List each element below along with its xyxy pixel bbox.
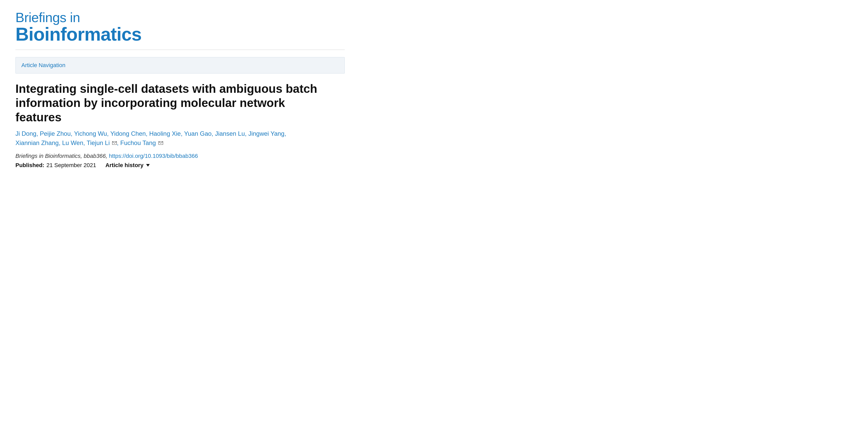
- author-ji-dong[interactable]: Ji Dong: [16, 130, 36, 137]
- article-history-chevron-down-icon: [146, 164, 150, 167]
- tiejun-li-email-icon[interactable]: [112, 141, 117, 145]
- journal-reference: Briefings in Bioinformatics, bbab366, ht…: [16, 153, 345, 159]
- logo-line2: Bioinformatics: [16, 25, 345, 43]
- author-yuan-gao[interactable]: Yuan Gao: [184, 130, 212, 137]
- author-fuchou-tang[interactable]: Fuchou Tang: [120, 139, 156, 146]
- author-lu-wen[interactable]: Lu Wen: [62, 139, 83, 146]
- author-peijie-zhou[interactable]: Peijie Zhou: [40, 130, 71, 137]
- author-haoling-xie[interactable]: Haoling Xie: [149, 130, 181, 137]
- journal-name: Briefings in Bioinformatics: [16, 153, 81, 159]
- author-yidong-chen[interactable]: Yidong Chen: [111, 130, 146, 137]
- author-yichong-wu[interactable]: Yichong Wu: [74, 130, 107, 137]
- author-jiansen-lu[interactable]: Jiansen Lu: [215, 130, 245, 137]
- journal-ref-suffix: , bbab366,: [81, 153, 109, 159]
- published-label: Published:: [16, 162, 44, 169]
- article-history-label: Article history: [105, 162, 144, 169]
- article-navigation-bar[interactable]: Article Navigation: [16, 57, 345, 73]
- author-xiannian-zhang[interactable]: Xiannian Zhang: [16, 139, 59, 146]
- logo-line1: Briefings in: [16, 10, 345, 25]
- article-navigation-label[interactable]: Article Navigation: [21, 62, 65, 68]
- article-history-button[interactable]: Article history: [105, 162, 150, 169]
- doi-link[interactable]: https://doi.org/10.1093/bib/bbab366: [109, 153, 198, 159]
- header-divider: [16, 49, 345, 50]
- published-date: 21 September 2021: [46, 162, 96, 169]
- author-jingwei-yang[interactable]: Jingwei Yang: [248, 130, 284, 137]
- published-row: Published: 21 September 2021 Article his…: [16, 162, 345, 169]
- article-title: Integrating single-cell datasets with am…: [16, 82, 324, 125]
- author-tiejun-li[interactable]: Tiejun Li: [87, 139, 110, 146]
- journal-logo: Briefings in Bioinformatics: [16, 10, 345, 43]
- authors-line: Ji Dong, Peijie Zhou, Yichong Wu, Yidong…: [16, 129, 337, 147]
- fuchou-tang-email-icon[interactable]: [158, 141, 163, 145]
